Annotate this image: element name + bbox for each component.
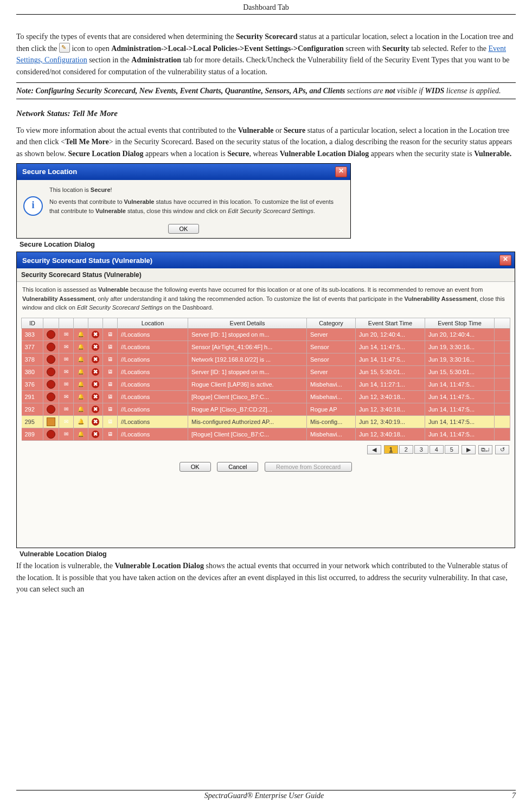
text-bold: Vulnerable. bbox=[474, 150, 511, 158]
col-icon[interactable] bbox=[88, 318, 103, 328]
scrollbar-track[interactable] bbox=[495, 378, 510, 390]
cell-device: 🖥 bbox=[103, 415, 118, 428]
cell-details: Sensor [AirTight_41:06:4F] h... bbox=[188, 340, 307, 353]
pager-copy-button[interactable]: ⧉↵ bbox=[478, 445, 492, 454]
close-icon[interactable]: ✕ bbox=[499, 255, 511, 266]
paragraph-tell-me-more: To view more information about the actua… bbox=[16, 125, 516, 160]
monitor-icon: 🖥 bbox=[106, 406, 114, 413]
cell-details: Mis-configured Authorized AP... bbox=[188, 415, 307, 428]
scrollbar-track[interactable] bbox=[495, 340, 510, 353]
alert-icon: 🔔 bbox=[77, 343, 85, 351]
edit-settings-icon bbox=[59, 43, 70, 53]
table-row[interactable]: 377✉🔔✖🖥//LocationsSensor [AirTight_41:06… bbox=[22, 340, 510, 353]
pager-page-button[interactable]: 2 bbox=[399, 445, 413, 454]
text: To specify the types of events that are … bbox=[16, 33, 236, 41]
cell-severity bbox=[43, 328, 59, 340]
table-row[interactable]: 378✉🔔✖🖥//LocationsNetwork [192.168.8.0/2… bbox=[22, 353, 510, 365]
cell-category: Server bbox=[307, 365, 356, 378]
remove-from-scorecard-button[interactable]: Remove from Scorecard bbox=[265, 462, 352, 472]
table-row[interactable]: 289✉🔔✖🖥//Locations[Rogue] Client [Cisco_… bbox=[22, 428, 510, 440]
cell-id: 295 bbox=[22, 415, 43, 428]
scrollbar-track[interactable] bbox=[495, 353, 510, 365]
text-bold: Vulnerable bbox=[95, 208, 126, 214]
cell-location: //Locations bbox=[118, 378, 188, 390]
table-row[interactable]: 380✉🔔✖🖥//LocationsServer [ID: 1] stopped… bbox=[22, 365, 510, 378]
mail-icon: ✉ bbox=[62, 430, 70, 438]
pager-page-button[interactable]: 1 bbox=[384, 445, 398, 454]
table-row[interactable]: 291✉🔔✖🖥//Locations[Rogue] Client [Cisco_… bbox=[22, 390, 510, 403]
events-table-wrap: ID Location Event Details Category Event… bbox=[17, 317, 515, 443]
pager-refresh-button[interactable]: ↺ bbox=[495, 445, 509, 454]
table-row[interactable]: 383✉🔔✖🖥//LocationsServer [ID: 1] stopped… bbox=[22, 328, 510, 340]
text: This location is assessed as bbox=[22, 286, 98, 293]
alert-icon: 🔔 bbox=[77, 356, 85, 363]
mail-icon: ✉ bbox=[62, 381, 70, 388]
col-icon[interactable] bbox=[59, 318, 74, 328]
scrollbar[interactable] bbox=[495, 318, 510, 328]
severity-high-icon bbox=[47, 430, 55, 439]
scrollbar-track[interactable] bbox=[495, 403, 510, 415]
paragraph-specify-events: To specify the types of events that are … bbox=[16, 31, 516, 78]
pager-next-button[interactable]: ▶ bbox=[462, 445, 476, 454]
scrollbar-track[interactable] bbox=[495, 428, 510, 440]
col-id[interactable]: ID bbox=[22, 318, 43, 328]
dialog-body: i This location is Secure! No events tha… bbox=[17, 180, 350, 223]
page-header: Dashboard Tab bbox=[16, 0, 516, 14]
cell-mail: ✉ bbox=[59, 403, 74, 415]
col-location[interactable]: Location bbox=[118, 318, 188, 328]
scrollbar-track[interactable] bbox=[495, 390, 510, 403]
text: No events that contribute to bbox=[49, 198, 124, 205]
col-details[interactable]: Event Details bbox=[188, 318, 307, 328]
cell-device: 🖥 bbox=[103, 378, 118, 390]
text-italic: Edit Security Scorecard Settings bbox=[77, 304, 163, 311]
cell-mail: ✉ bbox=[59, 365, 74, 378]
monitor-icon: 🖥 bbox=[106, 368, 114, 376]
text: , only after understanding it and taking… bbox=[94, 295, 405, 302]
pager-prev-button[interactable]: ◀ bbox=[367, 445, 381, 454]
cell-details: [Rogue] Client [Cisco_B7:C... bbox=[188, 390, 307, 403]
cell-stop: Jun 14, 11:47:5... bbox=[425, 415, 495, 428]
dialog-footer: OK Cancel Remove from Scorecard bbox=[17, 458, 515, 477]
col-category[interactable]: Category bbox=[307, 318, 356, 328]
heading-network-status: Network Status: Tell Me More bbox=[16, 109, 516, 118]
monitor-icon: 🖥 bbox=[106, 418, 114, 426]
scrollbar-track[interactable] bbox=[495, 415, 510, 428]
cell-category: Sensor bbox=[307, 353, 356, 365]
col-icon[interactable] bbox=[74, 318, 88, 328]
pager-page-button[interactable]: 3 bbox=[414, 445, 428, 454]
cell-alert: 🔔 bbox=[74, 415, 88, 428]
table-row[interactable]: 376✉🔔✖🖥//LocationsRogue Client [LAP36] i… bbox=[22, 378, 510, 390]
ok-button[interactable]: OK bbox=[180, 462, 211, 472]
col-icon[interactable] bbox=[103, 318, 118, 328]
cell-location: //Locations bbox=[118, 415, 188, 428]
alert-icon: 🔔 bbox=[77, 393, 85, 401]
ok-button[interactable]: OK bbox=[168, 224, 200, 234]
text-bold: Vulnerability Assessment bbox=[22, 295, 94, 302]
col-stop[interactable]: Event Stop Time bbox=[425, 318, 495, 328]
text: status, close this window and click on bbox=[126, 208, 228, 214]
text: To view more information about the actua… bbox=[16, 126, 238, 134]
cancel-button[interactable]: Cancel bbox=[217, 462, 258, 472]
cell-mail: ✉ bbox=[59, 340, 74, 353]
text-bold: Vulnerable bbox=[124, 198, 155, 205]
table-header-row: ID Location Event Details Category Event… bbox=[22, 318, 510, 328]
cell-location: //Locations bbox=[118, 365, 188, 378]
dialog-title-text: Security Scorecard Status (Vulnerable) bbox=[22, 256, 152, 265]
close-icon[interactable]: ✕ bbox=[335, 166, 347, 177]
cell-device: 🖥 bbox=[103, 328, 118, 340]
col-start[interactable]: Event Start Time bbox=[356, 318, 425, 328]
text: tab selected. Refer to the bbox=[409, 44, 489, 53]
cell-stop: Jun 15, 5:30:01... bbox=[425, 365, 495, 378]
text-bold: Secure bbox=[91, 187, 111, 193]
cell-start: Jun 14, 11:47:5... bbox=[356, 353, 425, 365]
text-bold: Vulnerable Location Dialog bbox=[280, 150, 369, 158]
cell-location: //Locations bbox=[118, 428, 188, 440]
scrollbar-track[interactable] bbox=[495, 328, 510, 340]
pager-page-button[interactable]: 4 bbox=[430, 445, 444, 454]
table-row[interactable]: 292✉🔔✖🖥//LocationsRogue AP [Cisco_B7:CD:… bbox=[22, 403, 510, 415]
table-row[interactable]: 295✉🔔✖🖥//LocationsMis-configured Authori… bbox=[22, 415, 510, 428]
scrollbar-track[interactable] bbox=[495, 365, 510, 378]
text: appears when a location is bbox=[144, 150, 228, 158]
col-icon[interactable] bbox=[43, 318, 59, 328]
pager-page-button[interactable]: 5 bbox=[445, 445, 459, 454]
